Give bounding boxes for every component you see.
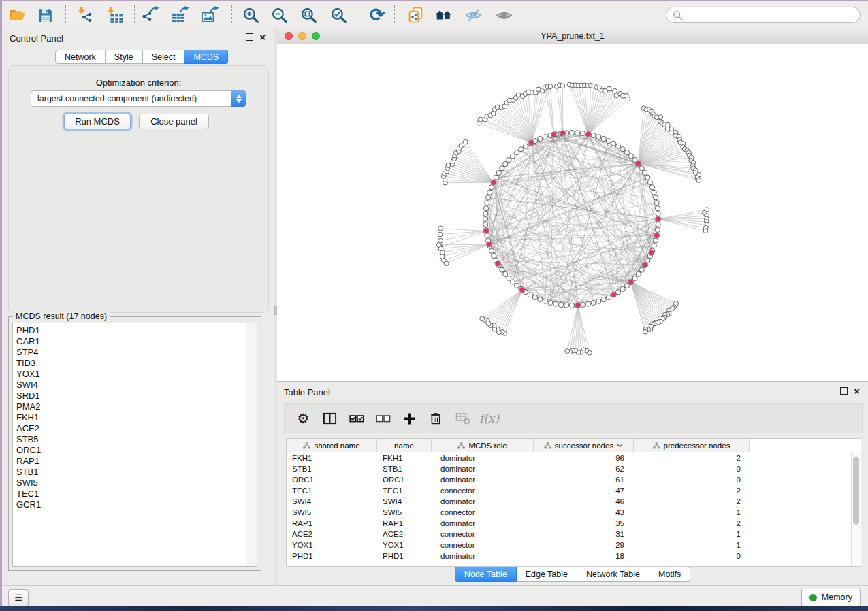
- network-node[interactable]: [580, 302, 585, 307]
- network-hub-node[interactable]: [483, 229, 489, 234]
- network-leaf-node[interactable]: [438, 226, 443, 231]
- table-row[interactable]: ORC1ORC1dominator610: [287, 474, 861, 485]
- network-node[interactable]: [558, 302, 563, 307]
- network-leaf-node[interactable]: [438, 232, 443, 237]
- table-scrollbar-thumb[interactable]: [853, 457, 859, 525]
- search-input[interactable]: [683, 10, 854, 20]
- network-hub-node[interactable]: [628, 280, 634, 285]
- mcds-result-item[interactable]: TID3: [16, 358, 243, 369]
- network-node[interactable]: [601, 136, 606, 141]
- network-hub-node[interactable]: [519, 287, 525, 293]
- save-session-button[interactable]: [31, 5, 59, 25]
- table-row[interactable]: FKH1FKH1dominator962: [287, 452, 861, 463]
- network-node[interactable]: [496, 170, 501, 175]
- network-node[interactable]: [655, 227, 660, 232]
- network-leaf-node[interactable]: [480, 316, 485, 321]
- network-node[interactable]: [487, 190, 492, 195]
- mcds-result-item[interactable]: RAP1: [16, 456, 243, 467]
- network-leaf-node[interactable]: [669, 131, 673, 135]
- show-all-button[interactable]: [490, 5, 517, 25]
- function-builder-button[interactable]: f(x): [476, 412, 502, 425]
- network-node[interactable]: [528, 293, 532, 297]
- mcds-result-item[interactable]: GCR1: [16, 499, 243, 510]
- network-node[interactable]: [514, 283, 519, 288]
- select-all-button[interactable]: [343, 412, 370, 426]
- network-hub-node[interactable]: [575, 303, 581, 308]
- first-neighbors-button[interactable]: [430, 5, 457, 25]
- network-node[interactable]: [611, 141, 616, 146]
- network-leaf-node[interactable]: [436, 243, 441, 248]
- network-node[interactable]: [485, 201, 489, 205]
- network-node[interactable]: [538, 136, 543, 141]
- delete-column-button[interactable]: [423, 412, 449, 426]
- network-node[interactable]: [569, 303, 574, 308]
- table-scrollbar[interactable]: [851, 452, 861, 566]
- column-header-mcds-role[interactable]: MCDS role: [432, 439, 534, 452]
- export-network-button[interactable]: [137, 5, 164, 25]
- network-leaf-node[interactable]: [658, 115, 663, 120]
- tab-style[interactable]: Style: [106, 50, 143, 64]
- network-canvas[interactable]: [277, 44, 868, 381]
- network-leaf-node[interactable]: [463, 139, 468, 144]
- network-hub-node[interactable]: [649, 250, 654, 256]
- network-leaf-node[interactable]: [478, 117, 483, 122]
- network-node[interactable]: [575, 131, 579, 135]
- network-node[interactable]: [569, 130, 574, 135]
- network-hub-node[interactable]: [487, 242, 492, 247]
- network-node[interactable]: [483, 205, 488, 210]
- network-hub-node[interactable]: [635, 161, 641, 166]
- network-hub-node[interactable]: [528, 140, 534, 146]
- network-node[interactable]: [636, 271, 641, 276]
- mcds-result-item[interactable]: SRD1: [16, 391, 243, 401]
- network-hub-node[interactable]: [654, 233, 660, 238]
- add-column-button[interactable]: [396, 412, 423, 426]
- network-leaf-node[interactable]: [560, 84, 565, 88]
- network-node[interactable]: [653, 195, 658, 200]
- tab-mcds[interactable]: MCDS: [184, 50, 228, 64]
- mcds-result-item[interactable]: ORC1: [16, 445, 243, 456]
- refresh-button[interactable]: ⟳: [364, 5, 391, 25]
- network-leaf-node[interactable]: [491, 111, 496, 116]
- network-node[interactable]: [585, 301, 590, 306]
- network-leaf-node[interactable]: [626, 97, 630, 101]
- copy-network-button[interactable]: [402, 5, 429, 25]
- network-node[interactable]: [510, 280, 515, 284]
- tab-node-table[interactable]: Node Table: [455, 567, 517, 582]
- network-leaf-node[interactable]: [438, 238, 443, 243]
- network-hub-node[interactable]: [495, 261, 500, 266]
- network-node[interactable]: [580, 131, 585, 135]
- network-node[interactable]: [653, 238, 658, 243]
- task-history-button[interactable]: ☰: [8, 589, 29, 606]
- network-leaf-node[interactable]: [446, 163, 451, 168]
- network-node[interactable]: [606, 295, 611, 299]
- column-header-successor-nodes[interactable]: successor nodes: [534, 439, 634, 452]
- column-header-shared-name[interactable]: shared name: [287, 439, 377, 452]
- close-panel-icon[interactable]: ×: [259, 33, 266, 41]
- network-node[interactable]: [543, 299, 547, 303]
- export-table-button[interactable]: [167, 5, 194, 25]
- table-row[interactable]: SWI4SWI4dominator462: [287, 496, 861, 507]
- mcds-result-item[interactable]: PMA2: [16, 401, 243, 412]
- delete-table-button[interactable]: [449, 412, 476, 425]
- tab-select[interactable]: Select: [143, 50, 185, 64]
- network-node[interactable]: [606, 138, 611, 143]
- network-node[interactable]: [483, 211, 488, 216]
- table-row[interactable]: RAP1RAP1dominator352: [287, 518, 861, 529]
- network-hub-node[interactable]: [551, 132, 557, 137]
- network-node[interactable]: [656, 222, 660, 227]
- table-row[interactable]: PHD1PHD1dominator180: [287, 550, 861, 561]
- network-node[interactable]: [596, 135, 601, 139]
- mcds-result-item[interactable]: STB5: [16, 434, 243, 445]
- network-node[interactable]: [523, 144, 528, 148]
- maximize-window-icon[interactable]: [312, 32, 320, 40]
- network-node[interactable]: [591, 133, 596, 137]
- network-leaf-node[interactable]: [548, 84, 553, 89]
- network-node[interactable]: [507, 276, 511, 280]
- network-node[interactable]: [647, 180, 652, 184]
- close-table-panel-icon[interactable]: ×: [854, 387, 860, 395]
- mcds-result-item[interactable]: FKH1: [16, 412, 243, 423]
- network-node[interactable]: [500, 267, 504, 272]
- network-node[interactable]: [649, 185, 654, 190]
- network-leaf-node[interactable]: [516, 93, 521, 97]
- mcds-result-item[interactable]: PHD1: [16, 325, 243, 336]
